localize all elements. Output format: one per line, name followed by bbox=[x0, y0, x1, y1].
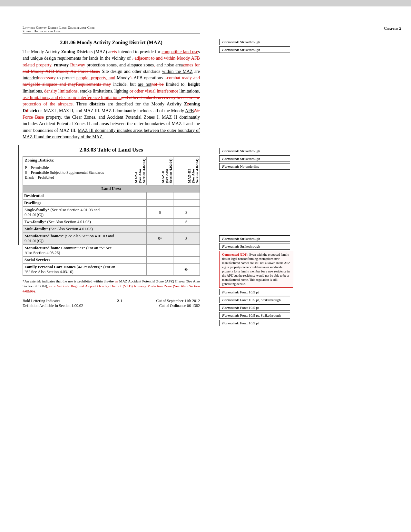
formatted-box-7: Formatted: Strikethrough bbox=[219, 243, 290, 250]
doc-footer: Bold Lettering Indicates Definition Avai… bbox=[23, 297, 200, 308]
formatted-box-6: Formatted: Strikethrough bbox=[219, 235, 290, 242]
strike-air-force: Air Force Base bbox=[23, 108, 200, 120]
formatted-text-6: Strikethrough bbox=[240, 237, 260, 241]
land-use-table: Zoning Districts: P – Permissible S – Pe… bbox=[23, 156, 200, 276]
table-footnote: *An asterisk indicates that the use is p… bbox=[23, 279, 200, 294]
formatted-label-6: Formatted: bbox=[222, 237, 239, 241]
manufactured-communities-label: Manufactured home Communities* (For an "… bbox=[23, 245, 120, 257]
strike-d: d bbox=[26, 108, 28, 113]
formatted-text-7: Strikethrough bbox=[240, 244, 260, 248]
formatted-label-2: Formatted: bbox=[222, 48, 239, 52]
formatted-text-2: Strikethrough bbox=[240, 48, 260, 52]
comma: , bbox=[154, 63, 155, 67]
compatible-land-use: compatible land use bbox=[161, 49, 198, 54]
residential-maz3 bbox=[173, 192, 200, 200]
footer-right: Cut of September 11th 2012 Cut of Ordina… bbox=[156, 299, 200, 308]
formatted-text-11: Font: 10.5 pt, Strikethrough bbox=[240, 313, 281, 317]
comment-box-jd1: Commented [JD1]: Even with the proposed … bbox=[219, 251, 293, 288]
formatted-text-5: No underline bbox=[240, 164, 259, 168]
formatted-box-4: Formatted: Strikethrough bbox=[219, 155, 290, 162]
section-heading-text: 2.01.06 Moody Activity Zoning District (… bbox=[60, 40, 162, 45]
social-services-maz3 bbox=[173, 257, 200, 264]
single-family-maz1 bbox=[120, 207, 146, 219]
formatted-label-7: Formatted: bbox=[222, 244, 239, 248]
footer-definition-line: Definition Available in Section 1.09.02 bbox=[23, 303, 83, 308]
formatted-label-9: Formatted: bbox=[222, 298, 239, 302]
manufactured-homes-label: Manufactured homes* (See Also Section 4.… bbox=[23, 233, 120, 245]
chapter-label: Chapter 2 bbox=[384, 26, 401, 31]
in-vicinity: in the vicinity of bbox=[100, 56, 132, 61]
legend: P – Permissible S – Permissible Subject … bbox=[25, 165, 118, 180]
single-family-label: Single-family* (See Also Section 4.01.03… bbox=[23, 207, 120, 219]
family-care-maz1 bbox=[120, 264, 146, 276]
manufactured-homes-maz2: S* bbox=[147, 233, 173, 245]
are-not: are not bbox=[138, 82, 152, 87]
comment-header: Commented [JD1]: bbox=[222, 253, 249, 256]
necessary: necessary bbox=[38, 75, 55, 80]
formatted-label-1: Formatted: bbox=[222, 40, 239, 44]
formatted-label-12: Formatted: bbox=[222, 321, 239, 325]
strike-not-be: not be bbox=[152, 82, 164, 87]
strike-the: the bbox=[108, 279, 114, 283]
table-row-single-family: Single-family* (See Also Section 4.01.03… bbox=[23, 207, 200, 219]
sidebar: Chapter 2 Formatted: Strikethrough Forma… bbox=[216, 6, 411, 532]
social-services-maz1 bbox=[120, 257, 146, 264]
dwellings-maz1 bbox=[120, 200, 146, 207]
change-bar bbox=[18, 145, 19, 245]
footer-left: Bold Lettering Indicates Definition Avai… bbox=[23, 299, 83, 308]
family-care-maz3: S- bbox=[173, 264, 200, 276]
table-heading-text: 2.03.03 Table of Land Uses bbox=[79, 147, 143, 153]
use-limitations: use limitations, and electronic interfer… bbox=[23, 95, 122, 100]
manufactured-communities-maz2 bbox=[147, 245, 173, 257]
formatted-label-10: Formatted: bbox=[222, 306, 239, 310]
dwellings-label: Dwellings bbox=[23, 200, 120, 207]
two-family-maz3: S bbox=[173, 219, 200, 226]
bold-districts: districts bbox=[89, 102, 105, 106]
apostrophe-s: 's bbox=[130, 75, 132, 80]
formatted-box-2: Formatted: Strikethrough bbox=[219, 46, 290, 53]
doc-header: Lowndes County Unified Land Development … bbox=[23, 26, 200, 34]
residential-maz1 bbox=[120, 192, 146, 200]
intended: intended bbox=[23, 75, 38, 80]
afb: AFB bbox=[185, 108, 194, 113]
protection-zones: protection zone bbox=[87, 63, 115, 67]
bold-height: height bbox=[188, 82, 200, 87]
sidebar-annotations: Formatted: Strikethrough Formatted: Stri… bbox=[219, 39, 408, 326]
table-col-header-main: Zoning Districts: P – Permissible S – Pe… bbox=[23, 157, 120, 185]
formatted-box-3: Formatted: Strikethrough bbox=[219, 148, 290, 154]
formatted-label-4: Formatted: bbox=[222, 157, 239, 161]
two-family-maz1 bbox=[120, 219, 146, 226]
strike-runway: Runway bbox=[70, 63, 85, 67]
table-section-heading: 2.03.03 Table of Land Uses bbox=[23, 147, 200, 153]
dwellings-maz3 bbox=[173, 200, 200, 207]
strike-z: z bbox=[187, 102, 189, 106]
social-services-label: Social Services bbox=[23, 257, 120, 264]
area-footnote: area bbox=[179, 279, 185, 283]
main-content: Lowndes County Unified Land Development … bbox=[0, 6, 216, 532]
formatted-label-11: Formatted: bbox=[222, 313, 239, 317]
formatted-text-12: Font: 10.5 pt bbox=[240, 321, 259, 325]
table-row-dwellings: Dwellings bbox=[23, 200, 200, 207]
footer-ordinance: Cut of Ordinance 06-1382 bbox=[156, 303, 200, 308]
manufactured-homes-maz1 bbox=[120, 233, 146, 245]
formatted-text-9: Font: 10.5 pt, Strikethrough bbox=[240, 298, 281, 302]
people-property: people, property, and bbox=[76, 75, 115, 80]
formatted-box-11: Formatted: Font: 10.5 pt, Strikethrough bbox=[219, 312, 290, 319]
footer-cut-date: Cut of September 11th 2012 bbox=[156, 299, 200, 303]
formatted-box-9: Formatted: Font: 10.5 pt, Strikethrough bbox=[219, 297, 290, 303]
family-care-maz2 bbox=[147, 264, 173, 276]
footer-bold-line: Bold Lettering Indicates bbox=[23, 299, 83, 303]
multi-family-maz1 bbox=[120, 226, 146, 233]
residential-maz2 bbox=[147, 192, 173, 200]
table-row-family-care: Family Personal Care Homes (4-6 resident… bbox=[23, 264, 200, 276]
comment-text: Even with the proposed family ties or le… bbox=[222, 253, 290, 286]
formatted-label-5: Formatted: bbox=[222, 164, 239, 168]
formatted-text-4: Strikethrough bbox=[240, 157, 260, 161]
table-row-residential: Residential bbox=[23, 192, 200, 200]
bold-zoning: Zoning District bbox=[61, 49, 91, 54]
formatted-text-3: Strikethrough bbox=[240, 149, 260, 153]
social-services-maz2 bbox=[147, 257, 173, 264]
table-row-manufactured-communities: Manufactured home Communities* (For an "… bbox=[23, 245, 200, 257]
within-maz: within the MAZ bbox=[162, 69, 193, 74]
single-family-maz2: S bbox=[147, 207, 173, 219]
